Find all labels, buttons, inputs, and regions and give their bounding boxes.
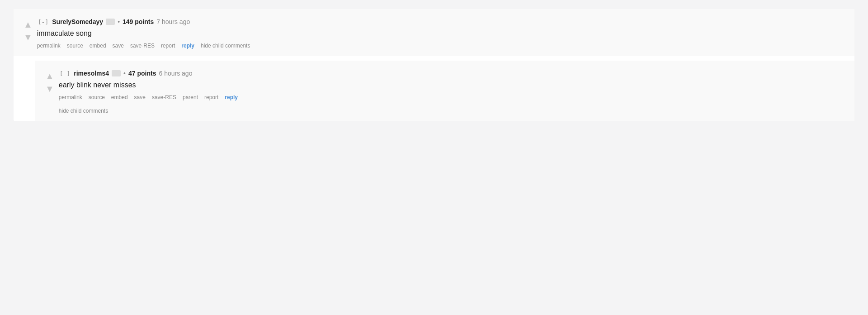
username: rimesolms4: [74, 70, 109, 77]
time-ago: 7 hours ago: [156, 18, 190, 25]
comment-body: immaculate song: [37, 28, 845, 39]
embed-link[interactable]: embed: [90, 43, 106, 49]
comment-body: early blink never misses: [59, 80, 845, 91]
comment-row: [-] rimesolms4 • 47 points 6 hours ago e…: [44, 70, 845, 114]
save-link[interactable]: save: [113, 43, 124, 49]
page-wrapper: [-] SurelySomedayy • 149 points 7 hours …: [0, 0, 868, 315]
permalink-link[interactable]: permalink: [59, 94, 82, 100]
downvote-button[interactable]: [23, 32, 33, 43]
points: 149 points: [123, 18, 154, 25]
upvote-button[interactable]: [23, 19, 33, 30]
points: 47 points: [128, 70, 156, 77]
comment-actions: permalink source embed save save-RES par…: [59, 94, 845, 114]
reply-link[interactable]: reply: [225, 94, 238, 100]
comment-main: [-] SurelySomedayy • 149 points 7 hours …: [37, 18, 845, 49]
source-link[interactable]: source: [67, 43, 83, 49]
permalink-link[interactable]: permalink: [37, 43, 61, 49]
flair-icon: [106, 19, 115, 25]
username: SurelySomedayy: [52, 18, 103, 25]
downvote-button[interactable]: [44, 83, 55, 94]
time-ago: 6 hours ago: [159, 70, 192, 77]
comment-item: [-] SurelySomedayy • 149 points 7 hours …: [14, 9, 854, 56]
save-res-link[interactable]: save-RES: [130, 43, 155, 49]
parent-link[interactable]: parent: [183, 94, 198, 100]
dot-separator: •: [123, 70, 126, 77]
comment-actions: permalink source embed save save-RES rep…: [37, 43, 845, 49]
comment-main: [-] rimesolms4 • 47 points 6 hours ago e…: [59, 70, 845, 114]
collapse-button[interactable]: [-]: [59, 70, 71, 77]
embed-link[interactable]: embed: [111, 94, 128, 100]
dot-separator: •: [118, 18, 120, 25]
comment-item: [-] rimesolms4 • 47 points 6 hours ago e…: [35, 61, 854, 121]
comment-thread: [-] SurelySomedayy • 149 points 7 hours …: [14, 9, 854, 121]
comment-meta: [-] SurelySomedayy • 149 points 7 hours …: [37, 18, 845, 25]
reply-link[interactable]: reply: [181, 43, 194, 49]
hide-child-comments-link[interactable]: hide child comments: [201, 43, 250, 49]
comment-meta: [-] rimesolms4 • 47 points 6 hours ago: [59, 70, 845, 77]
save-res-link[interactable]: save-RES: [152, 94, 176, 100]
vote-column: [23, 18, 33, 43]
report-link[interactable]: report: [161, 43, 175, 49]
comment-row: [-] SurelySomedayy • 149 points 7 hours …: [23, 18, 845, 49]
flair-icon: [112, 70, 121, 76]
hide-child-comments-link[interactable]: hide child comments: [59, 108, 108, 114]
collapse-button[interactable]: [-]: [37, 19, 49, 25]
save-link[interactable]: save: [134, 94, 146, 100]
source-link[interactable]: source: [89, 94, 105, 100]
upvote-button[interactable]: [44, 71, 55, 81]
vote-column: [44, 70, 55, 94]
report-link[interactable]: report: [204, 94, 218, 100]
